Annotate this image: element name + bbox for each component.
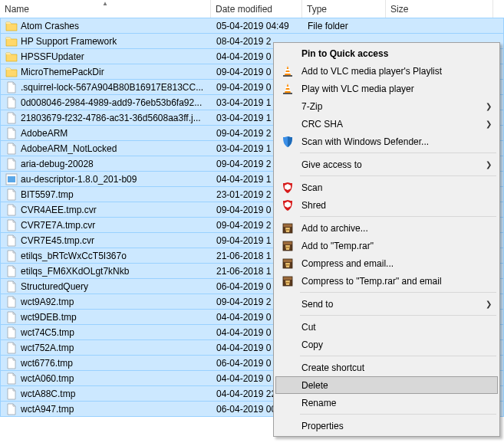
menu-item[interactable]: Create shortcut <box>275 359 498 376</box>
file-date: 09-04-2019 0 <box>216 82 271 93</box>
column-header-date[interactable]: Date modified <box>211 0 302 18</box>
file-date: 04-04-2019 0 <box>216 51 271 62</box>
file-name: wctA060.tmp <box>21 373 74 384</box>
blank-icon <box>282 159 294 171</box>
menu-item[interactable]: Compress to "Temp.rar" and email <box>275 272 498 290</box>
menu-item[interactable]: Properties <box>275 417 498 435</box>
file-icon <box>5 342 18 354</box>
submenu-arrow-icon: ❯ <box>483 160 495 169</box>
file-date: 04-04-2019 0 <box>216 327 271 338</box>
file-name: Atom Crashes <box>21 21 79 31</box>
file-name: wct752A.tmp <box>21 343 74 353</box>
menu-item-label: Delete <box>298 380 483 391</box>
column-header-type[interactable]: Type <box>302 0 386 18</box>
blank-icon <box>282 321 294 333</box>
menu-item[interactable]: Shred <box>275 196 498 214</box>
folder-icon <box>5 66 18 78</box>
menu-item-label: Add to VLC media player's Playlist <box>298 66 483 77</box>
column-header-name[interactable]: ▲ Name <box>0 0 211 18</box>
file-date: 06-04-2019 0 <box>216 358 271 369</box>
mcafee-icon <box>282 182 294 194</box>
menu-item-label: 7-Zip <box>298 101 483 112</box>
file-name: CVR4AEE.tmp.cvr <box>21 205 97 215</box>
menu-item[interactable]: Scan with Windows Defender... <box>275 133 498 150</box>
column-header-size-label: Size <box>390 4 408 15</box>
blank-icon <box>282 339 294 351</box>
menu-item[interactable]: 7-Zip ❯ <box>275 97 498 115</box>
menu-item-label: Cut <box>298 322 483 333</box>
file-icon <box>5 357 18 369</box>
blank-icon <box>282 420 294 432</box>
file-date: 04-04-2019 0 <box>216 343 271 353</box>
submenu-arrow-icon: ❯ <box>483 300 495 308</box>
vlc-icon <box>282 83 294 95</box>
file-date: 09-04-2019 2 <box>216 159 271 169</box>
file-name: 21803679-f232-4786-ac31-36d5608aa3ff.j..… <box>21 113 201 123</box>
file-name: StructuredQuery <box>21 281 88 292</box>
file-date: 03-04-2019 1 <box>216 113 271 123</box>
file-date: 09-04-2019 1 <box>216 235 271 246</box>
folder-icon <box>5 51 18 63</box>
file-icon <box>5 143 18 155</box>
file-name: etilqs_FM6XKdOLgt7kNkb <box>21 266 129 277</box>
menu-item-label: Add to "Temp.rar" <box>298 241 483 251</box>
file-name: aria-debug-20028 <box>21 159 94 169</box>
menu-item[interactable]: Copy <box>275 336 498 353</box>
file-date: 03-04-2019 1 <box>216 97 271 108</box>
menu-item[interactable]: Rename <box>275 394 498 412</box>
winrar-icon <box>282 222 294 234</box>
blank-icon <box>282 118 294 130</box>
menu-separator <box>300 315 496 316</box>
file-icon <box>5 81 18 93</box>
file-icon <box>5 372 18 385</box>
menu-item-label: Send to <box>298 299 483 310</box>
submenu-arrow-icon: ❯ <box>483 120 495 128</box>
file-type: File folder <box>308 21 348 31</box>
file-name: wct74C5.tmp <box>21 327 74 338</box>
file-icon <box>5 280 18 293</box>
menu-item-label: Compress to "Temp.rar" and email <box>298 276 483 287</box>
blank-icon <box>282 298 294 310</box>
menu-item[interactable]: Delete <box>275 376 498 394</box>
menu-item[interactable]: Give access to ❯ <box>275 156 498 173</box>
blank-icon <box>282 397 294 409</box>
column-header-size[interactable]: Size <box>386 0 493 18</box>
file-date: 04-04-2019 0 <box>216 373 271 384</box>
file-icon <box>5 265 18 277</box>
menu-item[interactable]: Pin to Quick access <box>275 44 498 62</box>
column-header-date-label: Date modified <box>216 4 272 15</box>
menu-item[interactable]: Cut <box>275 318 498 336</box>
file-name: etilqs_bRTcWxCcT5I367o <box>21 251 127 261</box>
file-icon <box>5 189 18 201</box>
file-row[interactable]: Atom Crashes 05-04-2019 04:49 File folde… <box>0 18 504 34</box>
file-date: 09-04-2019 0 <box>216 205 271 215</box>
file-name: BIT5597.tmp <box>21 189 74 200</box>
mcafee-icon <box>282 199 294 212</box>
file-name: wct6776.tmp <box>21 358 73 369</box>
menu-item[interactable]: CRC SHA ❯ <box>275 115 498 133</box>
file-name: wct9DEB.tmp <box>21 312 77 323</box>
file-icon <box>5 311 18 323</box>
menu-separator <box>300 152 496 153</box>
menu-item[interactable]: Add to archive... <box>275 219 498 237</box>
menu-item[interactable]: Play with VLC media player <box>275 80 498 97</box>
menu-item-label: Properties <box>298 421 483 431</box>
file-icon <box>5 403 18 415</box>
file-icon <box>5 127 18 139</box>
menu-item[interactable]: Scan <box>275 179 498 196</box>
file-name: AdobeARM <box>21 128 68 139</box>
menu-item[interactable]: Compress and email... <box>275 254 498 272</box>
blank-icon <box>282 362 294 374</box>
file-icon <box>5 97 18 109</box>
sort-ascending-icon: ▲ <box>102 0 108 7</box>
menu-item[interactable]: Send to ❯ <box>275 295 498 313</box>
menu-item[interactable]: Add to VLC media player's Playlist <box>275 62 498 80</box>
file-name: 0d008046-2984-4989-add9-76eb53b6fa92... <box>21 97 202 108</box>
file-date: 03-04-2019 1 <box>216 143 271 154</box>
file-icon <box>5 388 18 400</box>
menu-item-label: Pin to Quick access <box>298 48 483 59</box>
blank-icon <box>282 379 294 392</box>
file-date: 23-01-2019 2 <box>216 189 271 200</box>
menu-item[interactable]: Add to "Temp.rar" <box>275 237 498 254</box>
file-name: AdobeARM_NotLocked <box>21 143 117 154</box>
